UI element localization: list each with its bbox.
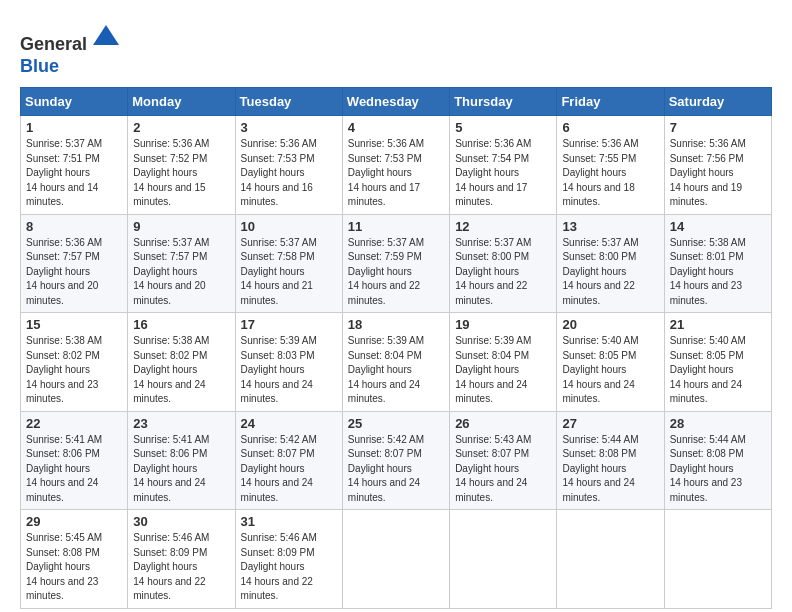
day-info: Sunrise: 5:38 AMSunset: 8:01 PMDaylight …: [670, 236, 766, 309]
day-number: 26: [455, 416, 551, 431]
calendar-cell: 1Sunrise: 5:37 AMSunset: 7:51 PMDaylight…: [21, 116, 128, 215]
calendar-cell: 25Sunrise: 5:42 AMSunset: 8:07 PMDayligh…: [342, 411, 449, 510]
calendar-cell: 22Sunrise: 5:41 AMSunset: 8:06 PMDayligh…: [21, 411, 128, 510]
calendar-cell: 9Sunrise: 5:37 AMSunset: 7:57 PMDaylight…: [128, 214, 235, 313]
calendar-cell: 23Sunrise: 5:41 AMSunset: 8:06 PMDayligh…: [128, 411, 235, 510]
svg-marker-0: [93, 25, 119, 45]
day-number: 30: [133, 514, 229, 529]
day-info: Sunrise: 5:39 AMSunset: 8:04 PMDaylight …: [348, 334, 444, 407]
day-number: 29: [26, 514, 122, 529]
calendar-cell: 29Sunrise: 5:45 AMSunset: 8:08 PMDayligh…: [21, 510, 128, 609]
calendar-cell: [664, 510, 771, 609]
calendar-cell: [557, 510, 664, 609]
day-info: Sunrise: 5:37 AMSunset: 7:51 PMDaylight …: [26, 137, 122, 210]
day-info: Sunrise: 5:42 AMSunset: 8:07 PMDaylight …: [241, 433, 337, 506]
calendar-cell: 30Sunrise: 5:46 AMSunset: 8:09 PMDayligh…: [128, 510, 235, 609]
calendar-header-tuesday: Tuesday: [235, 88, 342, 116]
day-number: 22: [26, 416, 122, 431]
calendar-cell: 15Sunrise: 5:38 AMSunset: 8:02 PMDayligh…: [21, 313, 128, 412]
day-info: Sunrise: 5:38 AMSunset: 8:02 PMDaylight …: [26, 334, 122, 407]
calendar-cell: 17Sunrise: 5:39 AMSunset: 8:03 PMDayligh…: [235, 313, 342, 412]
calendar-header-thursday: Thursday: [450, 88, 557, 116]
day-number: 20: [562, 317, 658, 332]
day-info: Sunrise: 5:41 AMSunset: 8:06 PMDaylight …: [26, 433, 122, 506]
calendar-cell: 7Sunrise: 5:36 AMSunset: 7:56 PMDaylight…: [664, 116, 771, 215]
day-info: Sunrise: 5:36 AMSunset: 7:52 PMDaylight …: [133, 137, 229, 210]
calendar-week-row: 22Sunrise: 5:41 AMSunset: 8:06 PMDayligh…: [21, 411, 772, 510]
calendar-cell: 5Sunrise: 5:36 AMSunset: 7:54 PMDaylight…: [450, 116, 557, 215]
day-info: Sunrise: 5:37 AMSunset: 8:00 PMDaylight …: [455, 236, 551, 309]
calendar-week-row: 15Sunrise: 5:38 AMSunset: 8:02 PMDayligh…: [21, 313, 772, 412]
day-info: Sunrise: 5:40 AMSunset: 8:05 PMDaylight …: [670, 334, 766, 407]
calendar-cell: 16Sunrise: 5:38 AMSunset: 8:02 PMDayligh…: [128, 313, 235, 412]
calendar-cell: 20Sunrise: 5:40 AMSunset: 8:05 PMDayligh…: [557, 313, 664, 412]
day-number: 19: [455, 317, 551, 332]
calendar-cell: 8Sunrise: 5:36 AMSunset: 7:57 PMDaylight…: [21, 214, 128, 313]
day-number: 10: [241, 219, 337, 234]
day-info: Sunrise: 5:37 AMSunset: 7:58 PMDaylight …: [241, 236, 337, 309]
calendar-cell: 14Sunrise: 5:38 AMSunset: 8:01 PMDayligh…: [664, 214, 771, 313]
day-number: 5: [455, 120, 551, 135]
day-number: 15: [26, 317, 122, 332]
calendar-cell: 18Sunrise: 5:39 AMSunset: 8:04 PMDayligh…: [342, 313, 449, 412]
day-info: Sunrise: 5:36 AMSunset: 7:55 PMDaylight …: [562, 137, 658, 210]
day-number: 25: [348, 416, 444, 431]
calendar-cell: 4Sunrise: 5:36 AMSunset: 7:53 PMDaylight…: [342, 116, 449, 215]
calendar-week-row: 29Sunrise: 5:45 AMSunset: 8:08 PMDayligh…: [21, 510, 772, 609]
day-number: 4: [348, 120, 444, 135]
day-info: Sunrise: 5:44 AMSunset: 8:08 PMDaylight …: [670, 433, 766, 506]
day-number: 14: [670, 219, 766, 234]
calendar-cell: [450, 510, 557, 609]
day-number: 13: [562, 219, 658, 234]
calendar-cell: 12Sunrise: 5:37 AMSunset: 8:00 PMDayligh…: [450, 214, 557, 313]
calendar-header-friday: Friday: [557, 88, 664, 116]
day-number: 18: [348, 317, 444, 332]
day-info: Sunrise: 5:36 AMSunset: 7:53 PMDaylight …: [241, 137, 337, 210]
page-header: General Blue: [20, 20, 772, 77]
logo-icon: [91, 20, 121, 50]
calendar-cell: 27Sunrise: 5:44 AMSunset: 8:08 PMDayligh…: [557, 411, 664, 510]
day-info: Sunrise: 5:36 AMSunset: 7:56 PMDaylight …: [670, 137, 766, 210]
day-number: 17: [241, 317, 337, 332]
calendar-cell: 3Sunrise: 5:36 AMSunset: 7:53 PMDaylight…: [235, 116, 342, 215]
calendar-header-wednesday: Wednesday: [342, 88, 449, 116]
calendar-cell: 6Sunrise: 5:36 AMSunset: 7:55 PMDaylight…: [557, 116, 664, 215]
calendar-header-saturday: Saturday: [664, 88, 771, 116]
calendar-cell: 31Sunrise: 5:46 AMSunset: 8:09 PMDayligh…: [235, 510, 342, 609]
calendar-cell: 2Sunrise: 5:36 AMSunset: 7:52 PMDaylight…: [128, 116, 235, 215]
logo: General Blue: [20, 20, 121, 77]
day-number: 7: [670, 120, 766, 135]
logo-text-general: General: [20, 34, 87, 54]
day-info: Sunrise: 5:36 AMSunset: 7:57 PMDaylight …: [26, 236, 122, 309]
calendar-cell: 28Sunrise: 5:44 AMSunset: 8:08 PMDayligh…: [664, 411, 771, 510]
calendar-cell: 10Sunrise: 5:37 AMSunset: 7:58 PMDayligh…: [235, 214, 342, 313]
day-info: Sunrise: 5:46 AMSunset: 8:09 PMDaylight …: [241, 531, 337, 604]
day-number: 21: [670, 317, 766, 332]
day-info: Sunrise: 5:40 AMSunset: 8:05 PMDaylight …: [562, 334, 658, 407]
day-info: Sunrise: 5:38 AMSunset: 8:02 PMDaylight …: [133, 334, 229, 407]
calendar-cell: 11Sunrise: 5:37 AMSunset: 7:59 PMDayligh…: [342, 214, 449, 313]
day-number: 28: [670, 416, 766, 431]
day-info: Sunrise: 5:45 AMSunset: 8:08 PMDaylight …: [26, 531, 122, 604]
day-info: Sunrise: 5:36 AMSunset: 7:54 PMDaylight …: [455, 137, 551, 210]
day-info: Sunrise: 5:41 AMSunset: 8:06 PMDaylight …: [133, 433, 229, 506]
calendar-week-row: 8Sunrise: 5:36 AMSunset: 7:57 PMDaylight…: [21, 214, 772, 313]
day-info: Sunrise: 5:43 AMSunset: 8:07 PMDaylight …: [455, 433, 551, 506]
calendar-week-row: 1Sunrise: 5:37 AMSunset: 7:51 PMDaylight…: [21, 116, 772, 215]
calendar-cell: 13Sunrise: 5:37 AMSunset: 8:00 PMDayligh…: [557, 214, 664, 313]
day-number: 6: [562, 120, 658, 135]
calendar-header-row: SundayMondayTuesdayWednesdayThursdayFrid…: [21, 88, 772, 116]
day-info: Sunrise: 5:37 AMSunset: 7:59 PMDaylight …: [348, 236, 444, 309]
day-info: Sunrise: 5:39 AMSunset: 8:04 PMDaylight …: [455, 334, 551, 407]
calendar-header-monday: Monday: [128, 88, 235, 116]
logo-text-blue: Blue: [20, 56, 59, 76]
calendar-table: SundayMondayTuesdayWednesdayThursdayFrid…: [20, 87, 772, 609]
day-number: 3: [241, 120, 337, 135]
day-number: 23: [133, 416, 229, 431]
day-info: Sunrise: 5:46 AMSunset: 8:09 PMDaylight …: [133, 531, 229, 604]
day-number: 11: [348, 219, 444, 234]
day-number: 8: [26, 219, 122, 234]
day-info: Sunrise: 5:37 AMSunset: 8:00 PMDaylight …: [562, 236, 658, 309]
calendar-header-sunday: Sunday: [21, 88, 128, 116]
day-info: Sunrise: 5:39 AMSunset: 8:03 PMDaylight …: [241, 334, 337, 407]
